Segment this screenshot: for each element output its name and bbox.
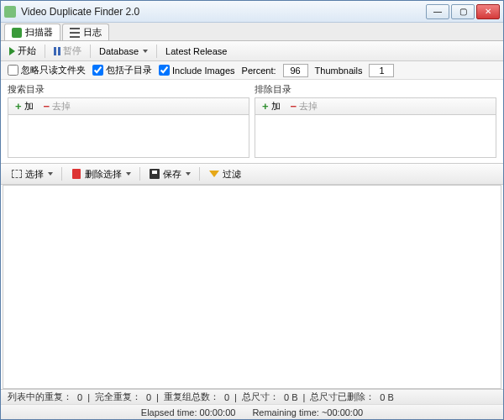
chevron-down-icon <box>48 172 53 176</box>
log-icon <box>70 28 80 38</box>
remaining-time: Remaining time: ~00:00:00 <box>252 407 363 417</box>
filter-button[interactable]: 过滤 <box>205 166 244 182</box>
exclude-dirs-list[interactable] <box>255 114 496 158</box>
search-dirs-list[interactable] <box>8 114 249 158</box>
chevron-down-icon <box>143 50 148 53</box>
separator <box>199 167 200 181</box>
select-menu[interactable]: 选择 <box>8 166 56 182</box>
tab-bar: 扫描器 日志 <box>1 23 503 41</box>
dup-in-list-value: 0 <box>77 392 82 402</box>
include-images-label: Include Images <box>172 66 235 76</box>
pause-button[interactable]: 暂停 <box>50 43 85 59</box>
results-area[interactable] <box>3 185 501 389</box>
search-dirs-header: 搜索目录 <box>8 81 249 97</box>
delete-selection-label: 删除选择 <box>85 168 122 181</box>
selection-icon <box>11 168 23 180</box>
groups-value: 0 <box>224 392 229 402</box>
elapsed-label: Elapsed time: <box>141 407 197 417</box>
include-subdirs-checkbox[interactable]: 包括子目录 <box>92 64 152 76</box>
ignore-readonly-checkbox[interactable]: 忽略只读文件夹 <box>8 64 86 76</box>
results-toolbar: 选择 删除选择 保存 过滤 <box>1 163 503 185</box>
minus-icon: − <box>291 100 297 113</box>
tab-scanner-label: 扫描器 <box>25 26 53 39</box>
select-label: 选择 <box>25 168 44 181</box>
include-subdirs-label: 包括子目录 <box>106 64 152 76</box>
search-add-label: 加 <box>24 100 34 113</box>
app-icon <box>4 6 16 18</box>
database-label: Database <box>99 46 139 56</box>
options-row: 忽略只读文件夹 包括子目录 Include Images Percent: Th… <box>1 61 503 80</box>
search-add-button[interactable]: +加 <box>12 98 37 114</box>
exclude-dirs-toolbar: +加 −去掉 <box>255 97 496 114</box>
ignore-readonly-label: 忽略只读文件夹 <box>21 64 86 76</box>
app-window: Video Duplicate Finder 2.0 — ▢ ✕ 扫描器 日志 … <box>0 0 504 420</box>
groups-label: 重复组总数： <box>164 391 219 403</box>
search-remove-button[interactable]: −去掉 <box>40 98 75 114</box>
elapsed-time: Elapsed time: 00:00:00 <box>141 407 236 417</box>
close-button[interactable]: ✕ <box>476 4 500 19</box>
plus-icon: + <box>262 100 269 113</box>
exclude-add-button[interactable]: +加 <box>259 98 284 114</box>
thumbnails-input[interactable] <box>369 64 394 77</box>
total-size-value: 0 B <box>284 392 298 402</box>
dup-in-list-label: 列表中的重复： <box>8 391 72 403</box>
tab-log[interactable]: 日志 <box>62 24 109 40</box>
scanner-icon <box>12 28 22 38</box>
separator <box>45 45 45 58</box>
thumbnails-label: Thumbnails <box>315 66 363 76</box>
status-bar: 列表中的重复： 0 | 完全重复： 0 | 重复组总数： 0 | 总尺寸： 0 … <box>1 389 503 404</box>
separator <box>156 45 157 58</box>
exclude-remove-button[interactable]: −去掉 <box>287 98 322 114</box>
deleted-size-label: 总尺寸已删除： <box>310 391 375 403</box>
latest-release-button[interactable]: Latest Release <box>162 45 230 58</box>
tab-scanner[interactable]: 扫描器 <box>4 24 60 40</box>
pause-icon <box>54 47 60 55</box>
pause-label: 暂停 <box>63 45 81 57</box>
chevron-down-icon <box>186 172 191 176</box>
separator <box>90 45 91 58</box>
exclude-dirs-header: 排除目录 <box>255 81 496 97</box>
filter-icon <box>208 168 220 180</box>
separator <box>61 167 62 181</box>
start-button[interactable]: 开始 <box>6 43 39 59</box>
titlebar: Video Duplicate Finder 2.0 — ▢ ✕ <box>1 1 503 23</box>
delete-selection-menu[interactable]: 删除选择 <box>67 166 134 182</box>
full-dup-label: 完全重复： <box>95 391 141 403</box>
remaining-value: ~00:00:00 <box>322 407 363 417</box>
full-dup-value: 0 <box>146 392 151 402</box>
search-dirs-toolbar: +加 −去掉 <box>8 97 249 114</box>
include-images-input[interactable] <box>159 65 170 76</box>
include-subdirs-input[interactable] <box>92 65 103 76</box>
search-dirs-column: 搜索目录 +加 −去掉 <box>8 81 249 158</box>
deleted-size-value: 0 B <box>380 392 394 402</box>
save-menu[interactable]: 保存 <box>145 166 194 182</box>
latest-label: Latest Release <box>165 46 227 56</box>
plus-icon: + <box>15 100 22 113</box>
search-remove-label: 去掉 <box>52 100 71 113</box>
total-size-label: 总尺寸： <box>242 391 279 403</box>
include-images-checkbox[interactable]: Include Images <box>159 65 235 76</box>
window-title: Video Duplicate Finder 2.0 <box>21 6 426 18</box>
save-label: 保存 <box>163 168 181 181</box>
trash-icon <box>71 168 82 180</box>
elapsed-value: 00:00:00 <box>200 407 236 417</box>
tab-log-label: 日志 <box>83 26 102 39</box>
exclude-remove-label: 去掉 <box>299 100 318 113</box>
directories-zone: 搜索目录 +加 −去掉 排除目录 +加 −去掉 <box>1 80 503 163</box>
exclude-add-label: 加 <box>271 100 281 113</box>
separator <box>139 167 140 181</box>
time-bar: Elapsed time: 00:00:00 Remaining time: ~… <box>1 404 503 419</box>
database-menu[interactable]: Database <box>96 45 151 58</box>
window-controls: — ▢ ✕ <box>426 4 500 19</box>
play-icon <box>9 47 15 55</box>
minimize-button[interactable]: — <box>426 4 449 19</box>
chevron-down-icon <box>126 172 131 176</box>
remaining-label: Remaining time: <box>252 407 318 417</box>
filter-label: 过滤 <box>223 168 241 181</box>
ignore-readonly-input[interactable] <box>8 65 18 76</box>
main-toolbar: 开始 暂停 Database Latest Release <box>1 41 503 61</box>
maximize-button[interactable]: ▢ <box>451 4 475 19</box>
save-icon <box>149 168 160 180</box>
exclude-dirs-column: 排除目录 +加 −去掉 <box>255 81 496 158</box>
percent-input[interactable] <box>283 64 308 77</box>
